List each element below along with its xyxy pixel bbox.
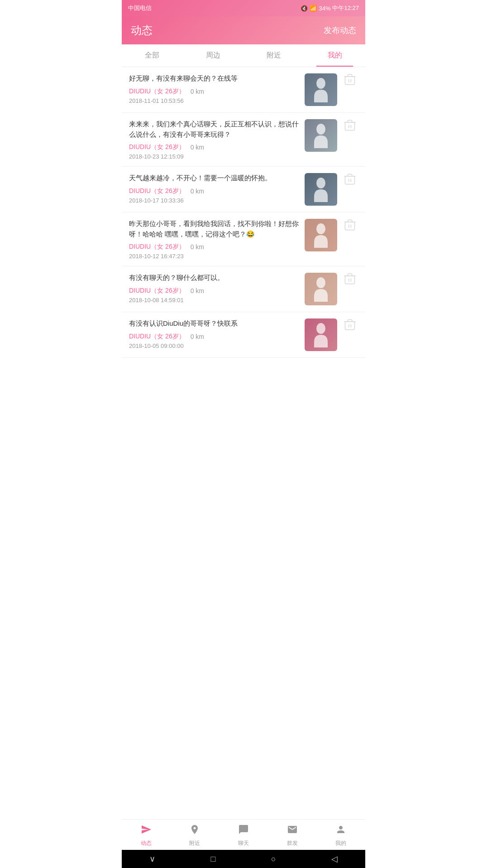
feed-author: DIUDIU（女 26岁） xyxy=(129,243,185,251)
feed-content: 有没有聊天的？聊什么都可以。 DIUDIU（女 26岁） 0 km 2018-1… xyxy=(129,273,300,304)
tab-all[interactable]: 全部 xyxy=(122,44,183,67)
feed-distance: 0 km xyxy=(191,88,204,95)
feed-author: DIUDIU（女 26岁） xyxy=(129,333,185,341)
feed-meta: DIUDIU（女 26岁） 0 km xyxy=(129,243,300,251)
feed-item-2[interactable]: 来来来，我们来个真心话聊天，反正互相不认识，想说什么说什么，有没有小哥哥来玩得？… xyxy=(122,113,365,167)
publish-button[interactable]: 发布动态 xyxy=(324,25,356,36)
delete-button-2[interactable] xyxy=(342,119,358,132)
feed-distance: 0 km xyxy=(191,333,204,340)
feed-content: 有没有认识DiuDiu的哥哥呀？快联系 DIUDIU（女 26岁） 0 km 2… xyxy=(129,318,300,349)
svg-point-25 xyxy=(316,323,325,334)
delete-button-1[interactable] xyxy=(342,73,358,86)
svg-point-10 xyxy=(316,178,325,188)
feed-item-5[interactable]: 有没有聊天的？聊什么都可以。 DIUDIU（女 26岁） 0 km 2018-1… xyxy=(122,266,365,312)
mute-icon: 🔇 xyxy=(301,5,308,12)
feed-content: 好无聊，有没有来聊会天的？在线等 DIUDIU（女 26岁） 0 km 2018… xyxy=(129,73,300,104)
feed-content: 天气越来越冷，不开心！需要一个温暖的怀抱。 DIUDIU（女 26岁） 0 km… xyxy=(129,173,300,204)
feed-time: 2018-10-08 14:59:01 xyxy=(129,297,300,304)
wifi-icon: 📶 xyxy=(310,5,317,12)
feed-text: 有没有聊天的？聊什么都可以。 xyxy=(129,273,300,283)
feed-time: 2018-11-01 10:53:56 xyxy=(129,97,300,104)
delete-button-4[interactable] xyxy=(342,219,358,231)
svg-point-20 xyxy=(316,277,325,288)
feed-item-4[interactable]: 昨天那位小哥哥，看到我给我回话，找不到你啦！好想你呀！哈哈哈 嘿嘿，嘿嘿，记得这… xyxy=(122,212,365,266)
feed-text: 有没有认识DiuDiu的哥哥呀？快联系 xyxy=(129,318,300,329)
feed-text: 昨天那位小哥哥，看到我给我回话，找不到你啦！好想你呀！哈哈哈 嘿嘿，嘿嘿，记得这… xyxy=(129,219,300,239)
feed-thumbnail xyxy=(305,173,337,206)
battery-text: 34% xyxy=(319,5,330,12)
feed-thumbnail xyxy=(305,119,337,152)
feed-distance: 0 km xyxy=(191,287,204,294)
carrier-text: 中国电信 xyxy=(128,4,152,12)
svg-point-15 xyxy=(316,223,325,234)
svg-rect-16 xyxy=(345,222,355,230)
feed-time: 2018-10-17 10:33:36 xyxy=(129,197,300,204)
feed-content: 昨天那位小哥哥，看到我给我回话，找不到你啦！好想你呀！哈哈哈 嘿嘿，嘿嘿，记得这… xyxy=(129,219,300,260)
status-right: 🔇 📶 34% 中午12:27 xyxy=(301,4,359,12)
feed-author: DIUDIU（女 26岁） xyxy=(129,143,185,151)
feed-meta: DIUDIU（女 26岁） 0 km xyxy=(129,87,300,96)
feed-distance: 0 km xyxy=(191,144,204,151)
feed-list: 好无聊，有没有来聊会天的？在线等 DIUDIU（女 26岁） 0 km 2018… xyxy=(122,67,365,358)
svg-point-0 xyxy=(316,78,325,89)
tab-mine[interactable]: 我的 xyxy=(305,44,366,67)
feed-thumbnail xyxy=(305,73,337,106)
delete-button-5[interactable] xyxy=(342,273,358,285)
feed-text: 天气越来越冷，不开心！需要一个温暖的怀抱。 xyxy=(129,173,300,183)
svg-point-5 xyxy=(316,124,325,135)
feed-thumbnail xyxy=(305,273,337,305)
feed-distance: 0 km xyxy=(191,188,204,195)
feed-item-3[interactable]: 天气越来越冷，不开心！需要一个温暖的怀抱。 DIUDIU（女 26岁） 0 km… xyxy=(122,167,365,212)
feed-author: DIUDIU（女 26岁） xyxy=(129,87,185,96)
feed-meta: DIUDIU（女 26岁） 0 km xyxy=(129,333,300,341)
feed-time: 2018-10-23 12:15:09 xyxy=(129,153,300,160)
svg-rect-1 xyxy=(345,77,355,85)
feed-author: DIUDIU（女 26岁） xyxy=(129,287,185,295)
delete-button-3[interactable] xyxy=(342,173,358,186)
feed-item-1[interactable]: 好无聊，有没有来聊会天的？在线等 DIUDIU（女 26岁） 0 km 2018… xyxy=(122,67,365,113)
feed-content: 来来来，我们来个真心话聊天，反正互相不认识，想说什么说什么，有没有小哥哥来玩得？… xyxy=(129,119,300,160)
feed-time: 2018-10-05 09:00:00 xyxy=(129,342,300,349)
svg-rect-21 xyxy=(345,276,355,284)
header: 动态 发布动态 xyxy=(122,16,365,44)
feed-author: DIUDIU（女 26岁） xyxy=(129,187,185,195)
time-text: 中午12:27 xyxy=(332,4,359,12)
tab-nearby[interactable]: 周边 xyxy=(183,44,244,67)
feed-text: 好无聊，有没有来聊会天的？在线等 xyxy=(129,73,300,84)
delete-button-6[interactable] xyxy=(342,318,358,331)
svg-rect-6 xyxy=(345,122,355,130)
feed-time: 2018-10-12 16:47:23 xyxy=(129,253,300,260)
status-bar: 中国电信 🔇 📶 34% 中午12:27 xyxy=(122,0,365,16)
feed-item-6[interactable]: 有没有认识DiuDiu的哥哥呀？快联系 DIUDIU（女 26岁） 0 km 2… xyxy=(122,312,365,358)
feed-thumbnail xyxy=(305,318,337,351)
tab-bar: 全部 周边 附近 我的 xyxy=(122,44,365,67)
svg-rect-26 xyxy=(345,322,355,330)
feed-text: 来来来，我们来个真心话聊天，反正互相不认识，想说什么说什么，有没有小哥哥来玩得？ xyxy=(129,119,300,140)
tab-close[interactable]: 附近 xyxy=(244,44,305,67)
feed-meta: DIUDIU（女 26岁） 0 km xyxy=(129,287,300,295)
feed-meta: DIUDIU（女 26岁） 0 km xyxy=(129,143,300,151)
feed-distance: 0 km xyxy=(191,243,204,251)
feed-meta: DIUDIU（女 26岁） 0 km xyxy=(129,187,300,195)
page-title: 动态 xyxy=(131,23,153,38)
feed-thumbnail xyxy=(305,219,337,251)
svg-rect-11 xyxy=(345,176,355,184)
